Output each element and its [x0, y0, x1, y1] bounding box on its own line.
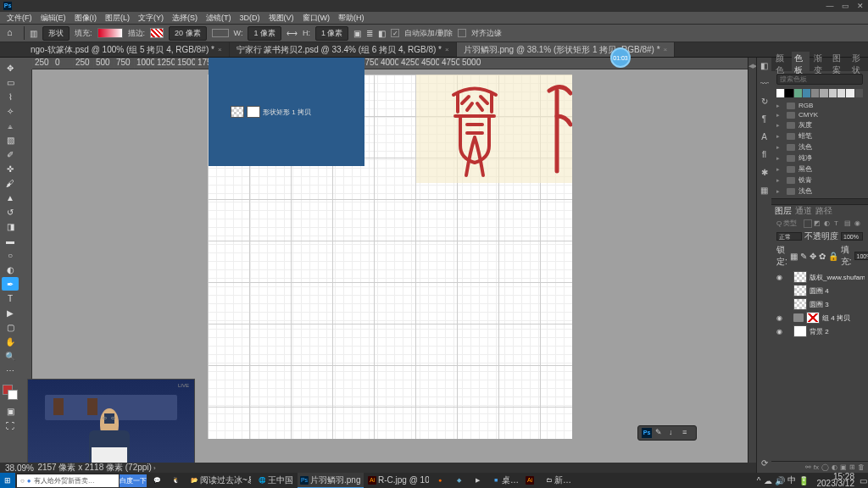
auto-add-checkbox[interactable]: ✓: [391, 29, 399, 37]
trash-icon[interactable]: 🗑: [858, 463, 865, 471]
ft-icon-2[interactable]: ↓: [669, 428, 679, 438]
swatch-color[interactable]: [846, 89, 854, 97]
stroke-swatch[interactable]: [150, 28, 164, 38]
collapse-icon[interactable]: ◀▶: [748, 63, 757, 69]
taskbar-app[interactable]: 💬: [150, 473, 167, 488]
tray-icon[interactable]: 🔋: [798, 476, 809, 485]
refresh-icon[interactable]: ⟳: [761, 458, 768, 468]
link-icon[interactable]: ⚯: [805, 463, 811, 471]
swatch-folder[interactable]: ▸铁青: [771, 175, 868, 186]
swatches-panel-icon[interactable]: ▦: [760, 186, 768, 195]
taskbar-app[interactable]: Ps片羽鳞羽.png @ 3…: [298, 473, 364, 488]
visibility-icon[interactable]: ◉: [775, 274, 783, 281]
pen-tool[interactable]: ✒: [2, 277, 19, 291]
panel-tab[interactable]: 图层: [775, 205, 792, 217]
f3[interactable]: T: [834, 219, 843, 228]
menu-item[interactable]: 图像(I): [71, 13, 101, 24]
lock-4[interactable]: ✿: [819, 252, 826, 261]
arrange-icon[interactable]: ◧: [378, 29, 386, 38]
shape-tool-icon[interactable]: ▥: [30, 29, 37, 38]
swatch-color[interactable]: [811, 89, 819, 97]
taskbar-app[interactable]: ■桌…: [489, 473, 521, 488]
layer-search[interactable]: Q 类型: [776, 219, 802, 228]
height-field[interactable]: 1 像素: [315, 26, 349, 41]
eyedropper-tool[interactable]: ✐: [2, 147, 19, 161]
lasso-tool[interactable]: ⌇: [2, 90, 19, 103]
document-tab[interactable]: 片羽鳞羽.png @ 38.1% (形状矩形 1 拷贝, RGB/8#) *×: [457, 42, 676, 57]
menu-item[interactable]: 帮助(H): [335, 13, 368, 24]
layer-row[interactable]: ◉组 4 拷贝: [771, 311, 868, 324]
taskbar-app[interactable]: ▶: [470, 473, 487, 488]
f2[interactable]: ◐: [824, 219, 832, 228]
brush-tool[interactable]: 🖌: [2, 176, 19, 190]
taskbar-app[interactable]: ●: [433, 473, 450, 488]
zoom-tool[interactable]: 🔍: [2, 349, 19, 363]
maximize-button[interactable]: ▭: [841, 2, 849, 10]
tray-icon[interactable]: 🔊: [775, 476, 785, 485]
swatch-color[interactable]: [820, 89, 827, 97]
swatch-folder[interactable]: ▸RGB: [771, 101, 868, 110]
swatch-folder[interactable]: ▸蜡笔: [771, 130, 868, 141]
document-tab[interactable]: 宁家行 篆书拷贝2.psd @ 33.4% (组 6 拷贝 4, RGB/8) …: [230, 42, 457, 57]
shape-mode[interactable]: 形状: [42, 26, 70, 41]
visibility-icon[interactable]: ◉: [775, 314, 783, 322]
swatch-color[interactable]: [855, 89, 863, 97]
panel-tab[interactable]: 路径: [815, 205, 832, 217]
taskbar-app[interactable]: Ai: [523, 473, 540, 488]
tray-icon[interactable]: ^: [757, 476, 761, 485]
type-tool[interactable]: T: [2, 291, 19, 305]
more-tools[interactable]: ⋯: [2, 363, 19, 377]
close-tab-icon[interactable]: ×: [664, 46, 668, 53]
document-tab[interactable]: ngo-软篆体.psd @ 100% (组 5 拷贝 4, RGB/8#) *×: [24, 42, 230, 57]
color-panel-icon[interactable]: ◧: [760, 61, 768, 70]
notif-icon[interactable]: ▭: [858, 476, 868, 485]
menu-item[interactable]: 编辑(E): [37, 13, 70, 24]
tray-icon[interactable]: ☁: [764, 476, 772, 485]
marquee-tool[interactable]: ▭: [2, 75, 19, 89]
panel-tab[interactable]: 通道: [795, 205, 812, 217]
stamp-tool[interactable]: ▲: [2, 191, 19, 204]
menu-item[interactable]: 3D(D): [236, 14, 264, 22]
wand-tool[interactable]: ✧: [2, 104, 19, 118]
group-icon[interactable]: ▣: [840, 463, 847, 471]
fill-field[interactable]: 100%: [854, 252, 868, 260]
taskbar-app[interactable]: AiR-C.jpg @ 100%(…: [365, 473, 431, 488]
swatch-color[interactable]: [785, 89, 793, 97]
para-panel-icon[interactable]: fl: [762, 150, 766, 159]
layer-row[interactable]: ◉背景 2: [771, 324, 868, 338]
tray-icon[interactable]: 中: [787, 474, 796, 486]
lock-3[interactable]: ✥: [810, 252, 816, 261]
swatch-search[interactable]: [776, 74, 863, 85]
history-brush-tool[interactable]: ↺: [2, 205, 19, 219]
taskbar-app[interactable]: 🗀新…: [542, 473, 574, 488]
align-edges-checkbox[interactable]: [458, 29, 466, 37]
menu-item[interactable]: 文件(F): [3, 13, 36, 24]
frame-tool[interactable]: ▧: [2, 133, 19, 147]
close-button[interactable]: ✕: [856, 2, 865, 10]
heal-tool[interactable]: ✜: [2, 162, 19, 175]
taskbar-app[interactable]: 📂阅读过去冰~易数…: [187, 473, 253, 488]
close-tab-icon[interactable]: ×: [218, 46, 222, 53]
stroke-width[interactable]: 20 像素: [169, 26, 207, 41]
swatch-color[interactable]: [794, 89, 802, 97]
clock[interactable]: 15:282023/3/12: [814, 474, 859, 487]
f1[interactable]: ◩: [814, 219, 822, 228]
stroke-style[interactable]: [212, 29, 229, 37]
adjust-icon[interactable]: ◐: [832, 463, 837, 471]
path-select-tool[interactable]: ▶: [2, 306, 19, 319]
hand-tool[interactable]: ✋: [2, 335, 19, 348]
start-button[interactable]: ⊞: [0, 473, 15, 488]
swatch-folder[interactable]: ▸纯净: [771, 152, 868, 164]
move-tool[interactable]: ✥: [2, 61, 19, 75]
styles-panel-icon[interactable]: ✱: [761, 168, 768, 177]
lock-2[interactable]: ✎: [800, 252, 807, 261]
crop-tool[interactable]: ⟁: [2, 119, 19, 132]
taskbar-app[interactable]: 🐧: [169, 473, 186, 488]
gradient-tool[interactable]: ▬: [2, 234, 19, 247]
color-swatch[interactable]: [3, 385, 18, 400]
layer-row[interactable]: 圆圈 3: [771, 297, 868, 311]
swatch-color[interactable]: [803, 89, 810, 97]
swatch-folder[interactable]: ▸黑色: [771, 164, 868, 175]
taskbar-app[interactable]: 🌐王中国: [255, 473, 296, 488]
minimize-button[interactable]: —: [826, 2, 834, 10]
